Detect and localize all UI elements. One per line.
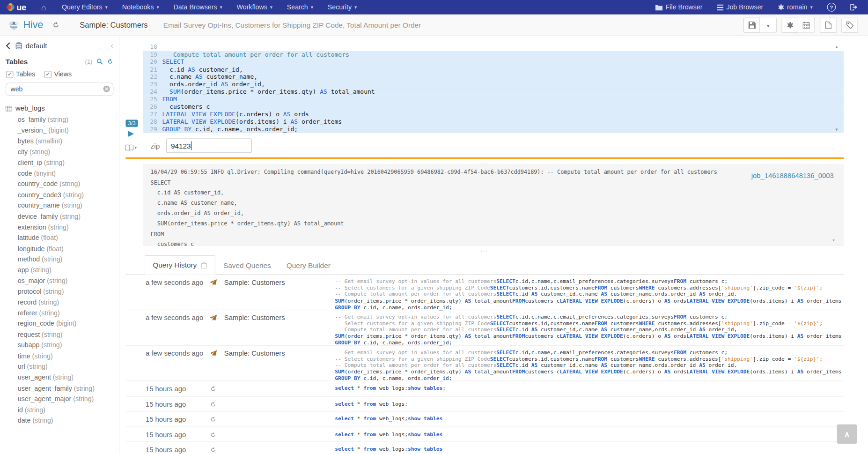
sidebar-column[interactable]: url (string)	[0, 362, 119, 372]
sidebar-column[interactable]: subapp (string)	[0, 340, 119, 351]
gears-button[interactable]	[782, 17, 798, 32]
sync-icon	[210, 431, 216, 438]
sidebar-column[interactable]: country_name (string)	[0, 201, 119, 211]
history-row[interactable]: 15 hours agoselect * from web_logs;	[125, 396, 844, 412]
home-button[interactable]: ⌂	[33, 0, 54, 15]
editor-scroll-up-icon[interactable]: ▴	[835, 45, 838, 50]
sidebar-column[interactable]: user_agent_major (string)	[0, 394, 119, 405]
back-chevron-icon[interactable]	[6, 42, 11, 49]
code-token: customer_name,	[203, 73, 257, 80]
caret-down-button[interactable]: ▾	[760, 17, 776, 32]
query-log-panel[interactable]: 16/04/29 06:59:55 INFO ql.Driver: Compil…	[143, 164, 844, 246]
sidebar-column[interactable]: user_agent (string)	[0, 372, 119, 383]
history-row[interactable]: a few seconds agoSample: Customers-- Get…	[125, 310, 844, 346]
database-selector[interactable]: default	[15, 41, 47, 50]
editor-line: 26 customers c	[143, 103, 844, 111]
tab-query-history[interactable]: Query History	[145, 255, 216, 275]
execute-button[interactable]: ▶	[128, 129, 134, 137]
sidebar-column[interactable]: latitude (float)	[0, 233, 119, 244]
variable-label: zip	[151, 141, 160, 150]
sidebar-column[interactable]: country_code3 (string)	[0, 190, 119, 201]
table-item-web-logs[interactable]: web_logs	[0, 99, 119, 115]
sql-token: customer_name,ords.order_id	[607, 362, 699, 368]
search-icon[interactable]	[96, 58, 103, 65]
code-editor[interactable]: 1819-- Compute total amount per order fo…	[143, 43, 844, 134]
job-link[interactable]: job_1461888648136_0003	[751, 171, 834, 181]
sidebar-column[interactable]: app (string)	[0, 265, 119, 276]
sidebar-column[interactable]: time (string)	[0, 351, 119, 362]
table-search-input[interactable]	[6, 82, 114, 96]
resize-grip-bottom[interactable]: ⋯	[480, 248, 487, 254]
sidebar-column[interactable]: os_major (string)	[0, 276, 119, 287]
sidebar-column[interactable]: code (tinyint)	[0, 168, 119, 179]
sidebar-column[interactable]: country_code (string)	[0, 179, 119, 190]
log-scroll-down-icon[interactable]: ▾	[832, 238, 835, 243]
sql-token: AS	[699, 291, 706, 297]
sidebar-column[interactable]: os_family (string)	[0, 115, 119, 126]
nav-menus: Query Editors▾Notebooks▾Data Browsers▾Wo…	[55, 0, 364, 15]
app-name: Hive	[23, 19, 44, 31]
nav-item-job-browser[interactable]: Job Browser	[710, 0, 771, 15]
sidebar-column[interactable]: referer (string)	[0, 308, 119, 319]
sidebar-column[interactable]: record (string)	[0, 298, 119, 308]
tables-checkbox[interactable]: ✓ Tables	[6, 70, 35, 78]
variable-zip-input[interactable]	[166, 139, 251, 153]
editor-line: 20SELECT	[143, 58, 844, 66]
logout-button[interactable]	[843, 0, 865, 15]
docs-menu-button[interactable]: ▾	[125, 145, 137, 151]
tab-saved-queries[interactable]: Saved Queries	[216, 256, 279, 275]
sidebar-column[interactable]: id (string)	[0, 405, 119, 416]
sidebar-column[interactable]: request (string)	[0, 329, 119, 340]
nav-right-menus: File BrowserJob Browserromain▾	[648, 0, 820, 15]
hive-logo[interactable]	[8, 20, 20, 30]
help-button[interactable]: ?	[820, 0, 843, 15]
refresh-icon[interactable]	[107, 58, 113, 65]
history-sql: select * from web_logs;	[335, 400, 844, 407]
nav-menu-workflows[interactable]: Workflows▾	[229, 0, 280, 15]
query-history-icon[interactable]	[52, 21, 60, 29]
calendar-button[interactable]	[798, 17, 815, 32]
sidebar-column[interactable]: method (string)	[0, 254, 119, 265]
sidebar-column[interactable]: city (string)	[0, 147, 119, 158]
sidebar-column[interactable]: user_agent_family (string)	[0, 383, 119, 394]
sql-token: ].zip_code =	[753, 320, 794, 326]
nav-menu-search[interactable]: Search▾	[280, 0, 320, 15]
sidebar-column[interactable]: extension (string)	[0, 222, 119, 233]
nav-menu-data-browsers[interactable]: Data Browsers▾	[166, 0, 229, 15]
history-row[interactable]: 15 hours agoselect * from web_logs;show …	[125, 412, 844, 427]
tags-button[interactable]	[841, 17, 858, 32]
history-row[interactable]: a few seconds agoSample: Customers-- Get…	[125, 275, 844, 310]
sidebar-column[interactable]: region_code (bigint)	[0, 319, 119, 329]
history-row[interactable]: 15 hours agoselect * from web_logs;show …	[125, 427, 844, 442]
sidebar-column[interactable]: _version_ (bigint)	[0, 126, 119, 136]
views-checkbox[interactable]: ✓ Views	[44, 70, 72, 78]
hue-logo[interactable]: ue	[0, 0, 33, 15]
clear-tab-icon[interactable]	[201, 262, 207, 268]
sidebar-column[interactable]: client_ip (string)	[0, 157, 119, 168]
nav-menu-security[interactable]: Security▾	[320, 0, 364, 15]
nav-menu-query-editors[interactable]: Query Editors▾	[55, 0, 115, 15]
scroll-to-top-button[interactable]: ∧	[837, 424, 857, 444]
editor-line: 27LATERAL VIEW EXPLODE(c.orders) o AS or…	[143, 111, 844, 118]
save-button[interactable]	[743, 17, 760, 32]
sidebar-column[interactable]: protocol (string)	[0, 287, 119, 298]
nav-item-file-browser[interactable]: File Browser	[648, 0, 710, 15]
sidebar-column[interactable]: device_family (string)	[0, 211, 119, 222]
history-sql-line: SUM(order_items.price * order_items.qty)…	[335, 368, 844, 375]
collapse-sidebar-icon[interactable]: ‹	[110, 41, 113, 50]
history-row[interactable]: 15 hours agoselect * from web_logs;show …	[125, 442, 844, 454]
nav-menu-notebooks[interactable]: Notebooks▾	[115, 0, 166, 15]
column-type: (string)	[51, 373, 74, 381]
sidebar-column[interactable]: longitude (float)	[0, 244, 119, 254]
sidebar-column[interactable]: date (string)	[0, 416, 119, 426]
doc-button[interactable]	[820, 17, 836, 32]
sql-token: FROM	[512, 298, 525, 304]
tab-query-builder[interactable]: Query Builder	[279, 256, 338, 275]
nav-item-romain[interactable]: romain▾	[771, 0, 820, 15]
sidebar-column[interactable]: bytes (smallint)	[0, 136, 119, 147]
editor-scroll-down-icon[interactable]: ▾	[835, 127, 838, 133]
clear-search-icon[interactable]	[103, 85, 110, 92]
history-row[interactable]: a few seconds agoSample: Customers-- Get…	[125, 346, 844, 381]
sql-token: web_logs;	[376, 431, 408, 437]
history-row[interactable]: 15 hours agoselect * from web_logs;show …	[125, 381, 844, 396]
